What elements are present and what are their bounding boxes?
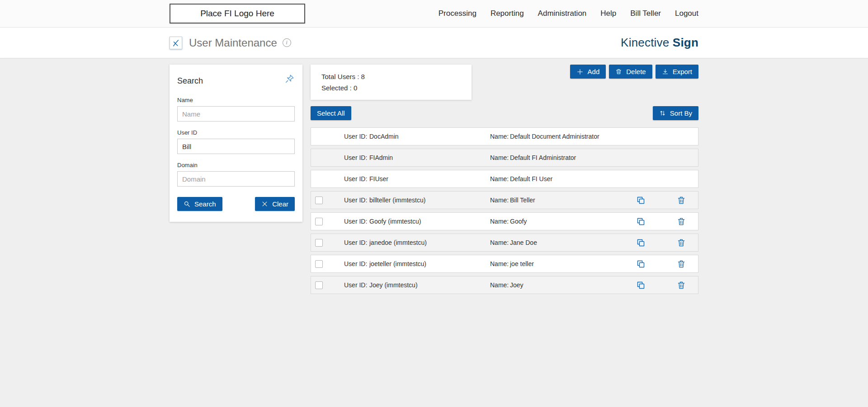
table-row: User ID: DocAdmin Name: Default Document… (311, 127, 698, 145)
copy-user-icon[interactable] (636, 259, 646, 269)
select-all-label: Select All (317, 109, 345, 117)
user-list-section: Total Users : 8 Selected : 0 Add (311, 65, 698, 297)
table-row: User ID: Joey (immtestcu) Name: Joey (311, 276, 698, 294)
row-check-cell (311, 154, 341, 162)
select-all-button[interactable]: Select All (311, 106, 351, 120)
delete-user-icon[interactable] (677, 196, 686, 205)
row-checkbox[interactable] (315, 260, 323, 268)
row-name-value: Bill Teller (510, 196, 636, 204)
brand-logo: Kinective Sign (621, 36, 698, 50)
copy-user-icon[interactable] (636, 217, 646, 226)
fi-logo-placeholder: Place FI Logo Here (170, 4, 305, 23)
export-button-label: Export (673, 68, 692, 75)
download-icon (662, 68, 669, 75)
user-list: User ID: DocAdmin Name: Default Document… (311, 127, 698, 294)
delete-user-icon[interactable] (677, 281, 686, 290)
search-panel-title: Search (177, 74, 203, 86)
sort-by-label: Sort By (670, 109, 692, 117)
row-user-id-value: FIAdmin (369, 154, 490, 161)
main-content: Search Name User ID Domain (170, 58, 698, 297)
row-name-value: Default Document Administrator (510, 133, 636, 140)
row-user-id-label: User ID: (344, 196, 369, 204)
row-name-label: Name: (490, 281, 510, 289)
add-button-label: Add (588, 68, 600, 75)
copy-user-icon[interactable] (636, 281, 646, 290)
search-panel: Search Name User ID Domain (170, 65, 302, 222)
delete-button-label: Delete (626, 68, 646, 75)
user-id-input[interactable] (177, 139, 295, 154)
name-input[interactable] (177, 106, 295, 122)
search-icon (184, 201, 190, 207)
row-check-cell (311, 260, 341, 268)
row-checkbox[interactable] (315, 218, 323, 225)
table-row: User ID: billteller (immtestcu) Name: Bi… (311, 191, 698, 209)
row-check-cell (311, 133, 341, 140)
search-button-label: Search (194, 200, 216, 208)
nav-administration[interactable]: Administration (538, 9, 587, 18)
row-user-id-label: User ID: (344, 218, 369, 225)
pin-icon[interactable] (285, 74, 295, 84)
domain-input[interactable] (177, 171, 295, 187)
table-row: User ID: FIUser Name: Default FI User (311, 170, 698, 188)
copy-user-icon[interactable] (636, 196, 646, 205)
info-icon[interactable]: i (283, 38, 291, 47)
row-user-id-label: User ID: (344, 175, 369, 182)
row-name-value: Default FI User (510, 175, 636, 182)
search-domain-label: Domain (177, 162, 295, 168)
delete-user-icon[interactable] (677, 259, 686, 268)
list-controls: Select All Sort By (311, 106, 698, 120)
row-user-id-label: User ID: (344, 239, 369, 246)
table-row: User ID: FIAdmin Name: Default FI Admini… (311, 149, 698, 167)
fi-logo-text: Place FI Logo Here (200, 9, 274, 19)
nav-reporting[interactable]: Reporting (491, 9, 524, 18)
top-bar: Place FI Logo Here Processing Reporting … (0, 0, 868, 28)
row-user-id-value: billteller (immtestcu) (369, 196, 490, 204)
copy-user-icon[interactable] (636, 238, 646, 248)
row-name-label: Name: (490, 175, 510, 182)
top-nav: Processing Reporting Administration Help… (439, 9, 698, 18)
row-user-id-value: DocAdmin (369, 133, 490, 140)
row-user-id-value: Goofy (immtestcu) (369, 218, 490, 225)
row-user-id-label: User ID: (344, 260, 369, 267)
delete-user-icon[interactable] (677, 217, 686, 226)
sort-arrows-icon (659, 110, 666, 117)
row-name-value: Joey (510, 281, 636, 289)
row-name-label: Name: (490, 196, 510, 204)
page-title: User Maintenance (189, 37, 277, 49)
toolbar: Add Delete Export (570, 65, 698, 79)
delete-button[interactable]: Delete (609, 65, 652, 79)
row-name-label: Name: (490, 133, 510, 140)
summary-box: Total Users : 8 Selected : 0 (311, 65, 472, 100)
add-button[interactable]: Add (570, 65, 606, 79)
search-button[interactable]: Search (177, 197, 222, 211)
row-checkbox[interactable] (315, 281, 323, 289)
row-checkbox[interactable] (315, 239, 323, 247)
row-checkbox[interactable] (315, 196, 323, 204)
clear-button[interactable]: Clear (255, 197, 295, 211)
brand-sign: Sign (673, 36, 698, 49)
table-row: User ID: janedoe (immtestcu) Name: Jane … (311, 234, 698, 252)
row-user-id-value: FIUser (369, 175, 490, 182)
nav-logout[interactable]: Logout (675, 9, 698, 18)
plus-icon (576, 68, 584, 75)
sort-by-button[interactable]: Sort By (653, 106, 698, 120)
nav-processing[interactable]: Processing (439, 9, 476, 18)
row-name-value: Jane Doe (510, 239, 636, 246)
row-user-id-value: joeteller (immtestcu) (369, 260, 490, 267)
search-name-label: Name (177, 97, 295, 103)
row-user-id-label: User ID: (344, 281, 369, 289)
delete-user-icon[interactable] (677, 238, 686, 247)
nav-help[interactable]: Help (600, 9, 616, 18)
table-row: User ID: Goofy (immtestcu) Name: Goofy (311, 212, 698, 230)
row-check-cell (311, 281, 341, 289)
clear-button-label: Clear (272, 200, 288, 208)
row-user-id-value: janedoe (immtestcu) (369, 239, 490, 246)
trash-icon (615, 68, 622, 75)
row-user-id-label: User ID: (344, 154, 369, 161)
row-check-cell (311, 218, 341, 225)
table-row: User ID: joeteller (immtestcu) Name: joe… (311, 255, 698, 273)
export-button[interactable]: Export (656, 65, 698, 79)
nav-current-user[interactable]: Bill Teller (630, 9, 661, 18)
row-check-cell (311, 239, 341, 247)
user-maintenance-page-icon (170, 37, 182, 49)
